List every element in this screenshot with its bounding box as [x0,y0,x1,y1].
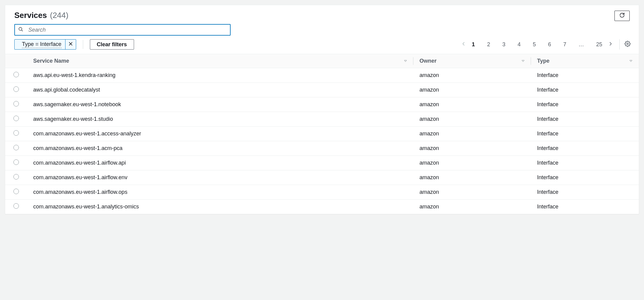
cell-type: Interface [531,97,639,112]
cell-service-name: com.amazonaws.eu-west-1.analytics-omics [27,200,413,214]
table-row: com.amazonaws.eu-west-1.airflow.apiamazo… [5,156,639,170]
cell-owner: amazon [413,170,531,185]
cell-type: Interface [531,112,639,127]
sort-icon [404,58,407,64]
column-header-service-name[interactable]: Service Name [27,54,413,68]
cell-owner: amazon [413,156,531,170]
cell-type: Interface [531,141,639,156]
table-row: aws.sagemaker.eu-west-1.notebookamazonIn… [5,97,639,112]
search-icon [18,26,23,33]
page-5[interactable]: 5 [533,41,536,48]
cell-service-name: com.amazonaws.eu-west-1.access-analyzer [27,127,413,141]
cell-owner: amazon [413,112,531,127]
page-6[interactable]: 6 [548,41,551,48]
column-select [5,54,27,68]
column-label: Type [537,58,550,64]
cell-owner: amazon [413,185,531,200]
cell-owner: amazon [413,141,531,156]
clear-filters-button[interactable]: Clear filters [90,39,134,50]
filter-chip-remove[interactable] [65,40,76,49]
pagination-next[interactable] [608,41,613,48]
table-row: aws.api.eu-west-1.kendra-rankingamazonIn… [5,68,639,83]
cell-type: Interface [531,170,639,185]
row-select-radio[interactable] [13,130,19,136]
table-row: aws.sagemaker.eu-west-1.studioamazonInte… [5,112,639,127]
refresh-icon [619,12,625,19]
row-select-radio[interactable] [13,101,19,106]
cell-owner: amazon [413,127,531,141]
svg-marker-6 [522,60,524,62]
sort-icon [629,58,633,64]
cell-owner: amazon [413,200,531,214]
gear-icon [625,41,631,48]
column-label: Service Name [33,58,69,64]
table-row: com.amazonaws.eu-west-1.access-analyzera… [5,127,639,141]
cell-owner: amazon [413,97,531,112]
svg-marker-5 [404,60,407,62]
page-25[interactable]: 25 [596,41,602,48]
cell-service-name: aws.sagemaker.eu-west-1.studio [27,112,413,127]
row-select-radio[interactable] [13,174,19,180]
cell-owner: amazon [413,83,531,97]
page-4[interactable]: 4 [518,41,521,48]
cell-service-name: com.amazonaws.eu-west-1.airflow.env [27,170,413,185]
cell-type: Interface [531,83,639,97]
cell-type: Interface [531,185,639,200]
cell-type: Interface [531,127,639,141]
column-header-owner[interactable]: Owner [413,54,531,68]
pagination: 1234567…25 [462,41,613,48]
close-icon [68,41,73,47]
chevron-left-icon [462,41,466,48]
page-2[interactable]: 2 [487,41,490,48]
cell-type: Interface [531,200,639,214]
sort-icon [521,58,525,64]
column-header-type[interactable]: Type [531,54,639,68]
row-select-radio[interactable] [13,203,19,209]
filter-chip-label-button[interactable]: Type = Interface [15,40,65,49]
page-7[interactable]: 7 [563,41,566,48]
pagination-ellipsis: … [579,41,584,48]
panel-title: Services [14,11,47,20]
divider [83,40,83,49]
svg-marker-7 [630,60,632,62]
row-select-radio[interactable] [13,189,19,194]
row-select-radio[interactable] [13,86,19,92]
cell-type: Interface [531,68,639,83]
search-input[interactable] [14,24,231,36]
pagination-prev[interactable] [462,41,466,48]
table-settings-button[interactable] [619,39,630,50]
cell-service-name: aws.sagemaker.eu-west-1.notebook [27,97,413,112]
cell-service-name: aws.api.eu-west-1.kendra-ranking [27,68,413,83]
cell-owner: amazon [413,68,531,83]
svg-point-4 [627,43,628,45]
services-panel: Services (244) [5,5,639,214]
page-1[interactable]: 1 [472,41,475,48]
row-select-radio[interactable] [13,159,19,165]
row-select-radio[interactable] [13,145,19,150]
cell-service-name: com.amazonaws.eu-west-1.acm-pca [27,141,413,156]
row-select-radio[interactable] [13,116,19,121]
row-select-radio[interactable] [13,72,19,77]
table-row: com.amazonaws.eu-west-1.analytics-omicsa… [5,200,639,214]
page-3[interactable]: 3 [502,41,505,48]
table-row: com.amazonaws.eu-west-1.airflow.opsamazo… [5,185,639,200]
filter-chip-type: Type = Interface [14,39,76,50]
cell-service-name: com.amazonaws.eu-west-1.airflow.ops [27,185,413,200]
svg-line-1 [21,30,23,31]
cell-service-name: aws.api.global.codecatalyst [27,83,413,97]
filter-chip-label: Type = Interface [22,41,62,48]
panel-count: (244) [50,11,69,20]
table-row: aws.api.global.codecatalystamazonInterfa… [5,83,639,97]
refresh-button[interactable] [614,11,630,21]
cell-service-name: com.amazonaws.eu-west-1.airflow.api [27,156,413,170]
chevron-right-icon [608,41,613,48]
table-row: com.amazonaws.eu-west-1.acm-pcaamazonInt… [5,141,639,156]
cell-type: Interface [531,156,639,170]
table-row: com.amazonaws.eu-west-1.airflow.envamazo… [5,170,639,185]
column-label: Owner [419,58,437,64]
services-table: Service Name Owner [5,54,639,214]
